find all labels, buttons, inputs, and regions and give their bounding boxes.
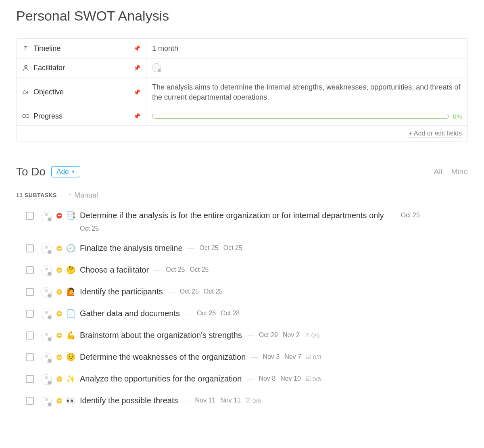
subtask-list: 📑Determine if the analysis is for the en… <box>16 211 468 406</box>
assignee-placeholder-icon[interactable] <box>41 374 52 385</box>
subtask-row[interactable]: 👀Identify the possible threats—Nov 11Nov… <box>26 396 468 406</box>
field-value-cell[interactable] <box>146 58 467 77</box>
task-title[interactable]: Choose a facilitator <box>80 265 149 275</box>
task-title[interactable]: Gather data and documents <box>80 309 180 318</box>
subtask-row[interactable]: 😟Determine the weaknesses of the organiz… <box>26 352 468 363</box>
field-label-cell[interactable]: Facilitator 📌 <box>17 58 146 77</box>
task-end-date[interactable]: Oct 28 <box>221 310 240 317</box>
checkbox[interactable] <box>26 288 34 296</box>
task-end-date[interactable]: Nov 7 <box>284 353 301 360</box>
priority-icon[interactable] <box>56 376 62 382</box>
pin-icon[interactable]: 📌 <box>134 65 140 71</box>
task-start-date[interactable]: Oct 25 <box>200 244 219 252</box>
page-title: Personal SWOT Analysis <box>16 8 468 24</box>
task-end-date[interactable]: Oct 25 <box>190 266 209 273</box>
todo-section-header: To Do Add ▼ All Mine <box>16 165 468 178</box>
add-edit-fields-link[interactable]: + Add or edit fields <box>409 130 462 138</box>
field-value-cell[interactable]: 0% <box>146 107 467 125</box>
task-title[interactable]: Identify the possible threats <box>80 396 178 405</box>
subtask-row[interactable]: ✨Analyze the opportunities for the organ… <box>26 374 468 385</box>
priority-icon[interactable] <box>56 311 62 317</box>
sort-mode[interactable]: ↑ Manual <box>68 191 98 200</box>
task-start-date[interactable]: Oct 25 <box>166 266 185 273</box>
field-label-cell[interactable]: Progress 📌 <box>17 107 146 125</box>
checkbox[interactable] <box>26 212 34 220</box>
assignee-placeholder-icon[interactable] <box>41 287 52 298</box>
checkbox[interactable] <box>26 310 34 318</box>
field-label-cell[interactable]: Objective 📌 <box>17 77 146 107</box>
priority-icon[interactable] <box>56 333 62 338</box>
task-title[interactable]: Analyze the opportunities for the organi… <box>80 374 242 383</box>
checkbox[interactable] <box>26 244 34 252</box>
separator-icon: — <box>168 288 175 296</box>
field-value-cell[interactable]: The analysis aims to determine the inter… <box>146 77 467 107</box>
priority-icon[interactable] <box>56 289 62 295</box>
task-end-date[interactable]: Oct 25 <box>204 288 223 295</box>
checkbox[interactable] <box>26 397 34 405</box>
task-start-date[interactable]: Oct 25 <box>401 212 420 219</box>
subtask-row[interactable]: 🙋Identify the participants—Oct 25Oct 25 <box>26 287 468 298</box>
assignee-placeholder-icon[interactable] <box>41 352 52 363</box>
progress-percent: 0% <box>453 113 462 120</box>
filter-all[interactable]: All <box>434 167 442 176</box>
field-label-cell[interactable]: T Timeline 📌 <box>17 39 146 58</box>
checklist-icon: ☑ <box>306 375 311 382</box>
task-end-date[interactable]: Oct 25 <box>80 225 99 232</box>
priority-icon[interactable] <box>56 398 62 404</box>
pin-icon[interactable]: 📌 <box>134 45 140 52</box>
checklist-icon: ☑ <box>306 354 311 360</box>
assignee-placeholder-icon[interactable] <box>41 211 52 221</box>
checkbox[interactable] <box>26 375 34 383</box>
task-title[interactable]: Identify the participants <box>80 287 163 296</box>
priority-icon[interactable] <box>56 246 62 251</box>
assignee-placeholder-icon[interactable] <box>152 63 161 72</box>
task-body: Analyze the opportunities for the organi… <box>80 374 468 383</box>
task-start-date[interactable]: Nov 8 <box>259 375 275 382</box>
add-button-label: Add <box>56 168 69 176</box>
subtask-row[interactable]: 📑Determine if the analysis is for the en… <box>26 211 468 232</box>
task-start-date[interactable]: Oct 25 <box>180 288 199 295</box>
pin-icon[interactable]: 📌 <box>134 113 140 119</box>
field-value-cell[interactable]: 1 month <box>146 39 467 58</box>
task-title[interactable]: Finalize the analysis timeline <box>80 244 183 253</box>
filter-links: All Mine <box>434 167 468 176</box>
filter-mine[interactable]: Mine <box>451 167 468 176</box>
task-checklist-count[interactable]: ☑0/5 <box>306 375 321 382</box>
task-checklist-count[interactable]: ☑0/6 <box>246 397 261 404</box>
checkbox[interactable] <box>26 353 34 361</box>
subtask-row[interactable]: 🕘Finalize the analysis timeline—Oct 25Oc… <box>26 244 468 254</box>
task-start-date[interactable]: Oct 26 <box>197 310 216 317</box>
subtask-row[interactable]: 🤔Choose a facilitator—Oct 25Oct 25 <box>26 265 468 276</box>
task-checklist-count[interactable]: ☑0/6 <box>305 332 320 339</box>
checklist-value: 0/5 <box>313 375 321 382</box>
separator-icon: — <box>154 266 161 274</box>
task-end-date[interactable]: Oct 25 <box>223 244 242 252</box>
task-title[interactable]: Determine the weaknesses of the organiza… <box>80 352 246 362</box>
subtask-row[interactable]: 💪Brainstorm about the organization's str… <box>26 331 468 341</box>
task-start-date[interactable]: Nov 11 <box>195 397 215 404</box>
assignee-placeholder-icon[interactable] <box>41 244 52 254</box>
task-start-date[interactable]: Nov 3 <box>263 353 280 360</box>
task-end-date[interactable]: Nov 11 <box>220 397 241 404</box>
field-row-progress: Progress 📌 0% <box>17 107 467 126</box>
assignee-placeholder-icon[interactable] <box>41 309 52 319</box>
assignee-placeholder-icon[interactable] <box>41 396 52 406</box>
assignee-placeholder-icon[interactable] <box>41 265 52 276</box>
task-end-date[interactable]: Nov 2 <box>283 331 300 339</box>
task-end-date[interactable]: Nov 10 <box>280 375 301 382</box>
svg-point-4 <box>26 115 29 118</box>
priority-icon[interactable] <box>56 267 62 273</box>
task-title[interactable]: Brainstorm about the organization's stre… <box>80 331 242 340</box>
priority-icon[interactable] <box>56 354 62 360</box>
add-button[interactable]: Add ▼ <box>51 166 80 177</box>
task-emoji-icon: 🤔 <box>66 265 76 275</box>
pin-icon[interactable]: 📌 <box>134 89 140 96</box>
task-title[interactable]: Determine if the analysis is for the ent… <box>80 211 384 220</box>
checkbox[interactable] <box>26 266 34 274</box>
assignee-placeholder-icon[interactable] <box>41 331 52 341</box>
checkbox[interactable] <box>26 331 34 340</box>
priority-icon[interactable] <box>56 213 62 219</box>
task-checklist-count[interactable]: ☑0/3 <box>306 354 321 360</box>
subtask-row[interactable]: 📄Gather data and documents—Oct 26Oct 28 <box>26 309 468 319</box>
task-start-date[interactable]: Oct 29 <box>259 331 278 339</box>
